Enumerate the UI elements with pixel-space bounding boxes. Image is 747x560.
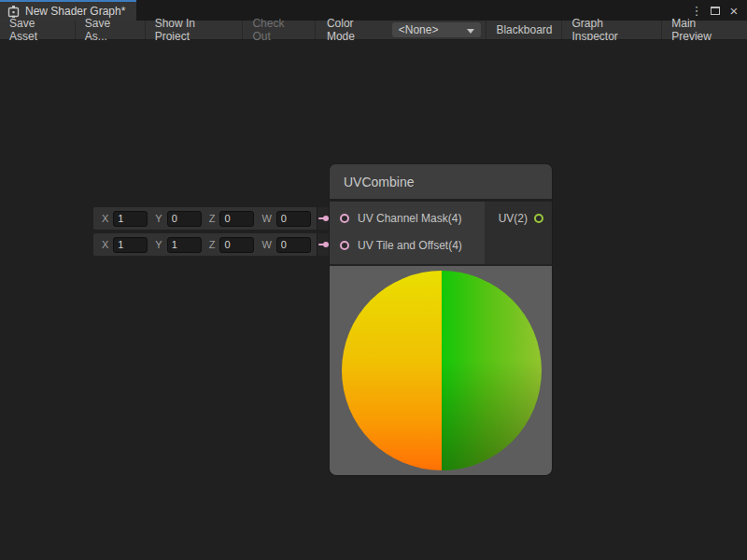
vector4-input-row-2: X Y Z W: [93, 233, 334, 256]
vector-field-x[interactable]: [113, 237, 148, 253]
check-out-button[interactable]: Check Out: [243, 21, 316, 39]
node-output-section: UV(2): [485, 202, 552, 264]
uvcombine-node: UVCombine UV Channel Mask(4) UV Tile and…: [329, 163, 553, 476]
maximize-glyph: [711, 7, 720, 15]
show-in-project-button[interactable]: Show In Project: [146, 21, 244, 39]
vector4-fields: X Y Z W: [93, 207, 317, 230]
output-port-label: UV(2): [499, 212, 528, 225]
output-port-icon[interactable]: [534, 214, 543, 223]
dropdown-arrow-icon: [467, 29, 474, 34]
field-label-z: Z: [209, 239, 216, 250]
blackboard-button[interactable]: Blackboard: [486, 21, 562, 39]
color-mode-value: <None>: [399, 23, 439, 36]
field-label-z: Z: [209, 213, 216, 224]
preview-sphere-left-half: [342, 271, 442, 470]
shader-graph-toolbar: Save Asset Save As... Show In Project Ch…: [0, 21, 747, 40]
color-mode-label: Color Mode: [316, 21, 392, 39]
vector-field-x[interactable]: [113, 211, 148, 227]
vector-field-y[interactable]: [167, 211, 202, 227]
tab-title: New Shader Graph*: [25, 5, 125, 18]
save-asset-button[interactable]: Save Asset: [0, 21, 76, 39]
field-label-x: X: [102, 213, 108, 224]
node-title: UVCombine: [344, 175, 414, 189]
color-mode-dropdown[interactable]: <None>: [392, 22, 482, 37]
field-label-w: W: [261, 239, 271, 250]
graph-canvas[interactable]: X Y Z W X Y Z W: [0, 40, 747, 560]
node-title-bar[interactable]: UVCombine: [329, 163, 553, 199]
input-port-icon[interactable]: [340, 241, 349, 250]
input-port-row: UV Channel Mask(4): [330, 204, 485, 231]
vector4-fields: X Y Z W: [93, 233, 317, 256]
field-label-w: W: [261, 213, 271, 224]
input-port-label: UV Channel Mask(4): [358, 212, 461, 225]
vector-field-w[interactable]: [276, 237, 311, 253]
main-preview-button[interactable]: Main Preview: [662, 21, 747, 39]
vector-field-y[interactable]: [167, 237, 202, 253]
output-port-row: UV(2): [499, 204, 543, 231]
vector4-input-row-1: X Y Z W: [93, 207, 334, 230]
save-as-button[interactable]: Save As...: [76, 21, 146, 39]
field-label-x: X: [102, 239, 108, 250]
input-port-icon[interactable]: [340, 214, 349, 223]
vector-field-z[interactable]: [219, 237, 254, 253]
node-input-section: UV Channel Mask(4) UV Tile and Offset(4): [330, 202, 485, 264]
node-preview-area: [329, 264, 553, 476]
field-label-y: Y: [155, 213, 162, 224]
preview-sphere-right-half: [442, 271, 542, 470]
vector-field-z[interactable]: [219, 211, 254, 227]
graph-inspector-button[interactable]: Graph Inspector: [562, 21, 662, 39]
field-label-y: Y: [155, 239, 162, 250]
node-body: UV Channel Mask(4) UV Tile and Offset(4)…: [329, 202, 553, 264]
preview-sphere: [342, 271, 542, 470]
input-port-label: UV Tile and Offset(4): [358, 239, 462, 252]
vector-field-w[interactable]: [276, 211, 311, 227]
input-port-row: UV Tile and Offset(4): [330, 231, 485, 259]
shader-graph-icon: [7, 6, 20, 18]
